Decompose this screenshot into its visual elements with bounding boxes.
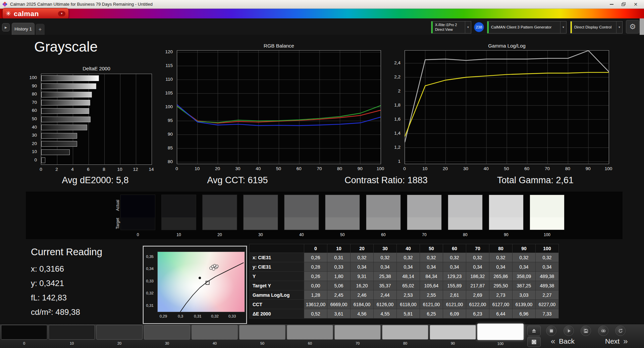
table-cell: 7,33	[536, 309, 559, 319]
toolbar: ▶ History 1 + X-Rite i1Pro 2 Direct View…	[0, 18, 644, 35]
pattern-patch-button[interactable]: 60	[287, 325, 333, 345]
table-cell: 25,38	[374, 272, 397, 281]
rgb-plot	[177, 50, 381, 164]
table-corner-cell	[250, 244, 304, 253]
pattern-status-indicator	[487, 21, 489, 33]
target-row-label: Target	[115, 215, 120, 231]
chevron-down-icon: ▼	[465, 21, 471, 33]
table-row: x: CIE310,260,310,320,320,320,320,320,32…	[250, 253, 559, 262]
pattern-generator-dropdown[interactable]: CalMAN Client 3 Pattern Generator ▼	[487, 21, 567, 33]
refresh-button[interactable]	[615, 326, 626, 336]
gamma-plot-x-tick-label: 70	[545, 166, 550, 171]
save-button[interactable]	[581, 326, 591, 336]
patch-label: 90	[430, 341, 476, 345]
cie-measurement-point	[212, 268, 215, 270]
table-cell: 16,20	[351, 281, 374, 290]
table-cell: 3,61	[327, 309, 351, 319]
table-cell: 186,32	[466, 272, 489, 281]
swatch-box	[243, 195, 278, 230]
side-panel-edge[interactable]	[640, 18, 644, 35]
table-cell: 0,32	[466, 253, 489, 262]
grayscale-swatch: 100	[530, 195, 565, 237]
patch-label: 70	[334, 341, 381, 345]
swatch-actual	[448, 195, 482, 217]
table-column-header: 40	[397, 244, 420, 253]
table-cell: 2,45	[327, 290, 351, 300]
swatch-target	[284, 217, 319, 230]
table-cell: 6,09	[443, 309, 466, 319]
settings-button[interactable]: ⚙	[626, 20, 639, 33]
swatch-target	[162, 217, 196, 230]
minimize-button[interactable]	[605, 0, 618, 8]
pattern-patch-button[interactable]: 100	[477, 325, 524, 346]
deltae-bar	[41, 92, 92, 97]
restore-icon	[622, 2, 626, 6]
table-row-label: Y	[250, 272, 304, 281]
meter-dropdown[interactable]: X-Rite i1Pro 2 Direct View ▼	[431, 21, 471, 33]
table-cell: 0,52	[304, 309, 327, 319]
next-button-label: Next	[605, 337, 620, 345]
pattern-patch-button[interactable]: 50	[239, 325, 285, 345]
table-cell: 6,44	[489, 309, 513, 319]
table-row: Y0,261,809,3125,3848,1484,34129,23186,32…	[250, 272, 559, 281]
layout-nav-button[interactable]: ▶	[2, 23, 10, 31]
deltae-bar	[41, 83, 96, 89]
table-cell: 2,27	[536, 290, 559, 300]
deltae-x-tick-label: 0	[40, 167, 42, 172]
pattern-window-button[interactable]	[527, 337, 541, 347]
back-button[interactable]: « Back	[551, 337, 575, 345]
pattern-patch-button[interactable]: 30	[144, 325, 190, 345]
table-cell: 5,06	[327, 281, 351, 290]
next-button[interactable]: Next »	[605, 337, 628, 345]
rgb-plot-y-tick-label: 105	[153, 90, 173, 96]
titlebar: Calman 2025 Calman Ultimate for Business…	[0, 0, 644, 9]
pattern-patch-button[interactable]: 0	[1, 325, 47, 345]
close-button[interactable]: ✕	[630, 0, 642, 8]
gamma-xlabels: 0102030405060708090100	[405, 166, 609, 172]
grayscale-swatch: 0	[120, 195, 155, 237]
add-tab-button[interactable]: +	[36, 24, 45, 35]
pattern-patch-button[interactable]: 80	[382, 325, 428, 345]
swatch-box	[489, 195, 524, 230]
table-cell: 0,32	[513, 253, 536, 262]
rgb-plot-x-tick-label: 60	[297, 166, 302, 171]
swatch-actual	[244, 195, 278, 217]
gamma-plot-x-tick-label: 40	[484, 166, 489, 171]
link-meter-button[interactable]	[598, 326, 608, 336]
cie-x-tick-label: 0,33	[228, 314, 236, 319]
pattern-patch-button[interactable]: 10	[49, 325, 95, 345]
window-controls: ✕	[605, 0, 642, 8]
tab-history-1[interactable]: History 1	[12, 23, 35, 35]
cie-x-tick-label: 0,31	[194, 314, 201, 319]
gamma-plot-x-tick-label: 90	[586, 166, 591, 171]
meter-status-indicator	[431, 21, 433, 33]
rgb-balance-chart-title: RGB Balance	[177, 43, 381, 49]
play-button[interactable]	[564, 326, 574, 336]
table-cell: 358,09	[513, 272, 536, 281]
patch-label: 0	[1, 341, 47, 345]
restore-button[interactable]	[618, 0, 630, 8]
gear-icon: ⚙	[629, 22, 636, 31]
eject-button[interactable]	[527, 326, 541, 336]
deltae-y-tick-label: 50	[18, 116, 37, 122]
calman-menu-button[interactable]: ✳ calman ▼	[2, 8, 69, 19]
meter-dropdown-text: X-Rite i1Pro 2 Direct View	[431, 23, 459, 32]
table-cell: 217,87	[466, 281, 489, 290]
deltae-chart-title: DeltaE 2000	[41, 66, 152, 71]
deltae-y-tick-label: 100	[18, 75, 37, 80]
swatch-box	[120, 195, 155, 230]
stop-button[interactable]	[546, 326, 556, 336]
pattern-patch-button[interactable]: 90	[430, 325, 476, 345]
pattern-patch-button[interactable]: 40	[192, 325, 238, 345]
swatch-label: 0	[120, 232, 155, 237]
table-cell: 84,34	[420, 272, 443, 281]
patch-label: 40	[192, 341, 238, 345]
table-cell: 4,55	[374, 309, 397, 319]
swatch-box	[202, 195, 237, 230]
display-control-dropdown[interactable]: Direct Display Control ▼	[570, 21, 623, 33]
pattern-patch-button[interactable]: 20	[96, 325, 143, 345]
pattern-patch-button[interactable]: 70	[334, 325, 381, 345]
rgb-plot-y-tick-label: 90	[153, 132, 173, 137]
table-cell: 3,03	[513, 290, 536, 300]
window-title: Calman 2025 Calman Ultimate for Business…	[10, 2, 153, 7]
